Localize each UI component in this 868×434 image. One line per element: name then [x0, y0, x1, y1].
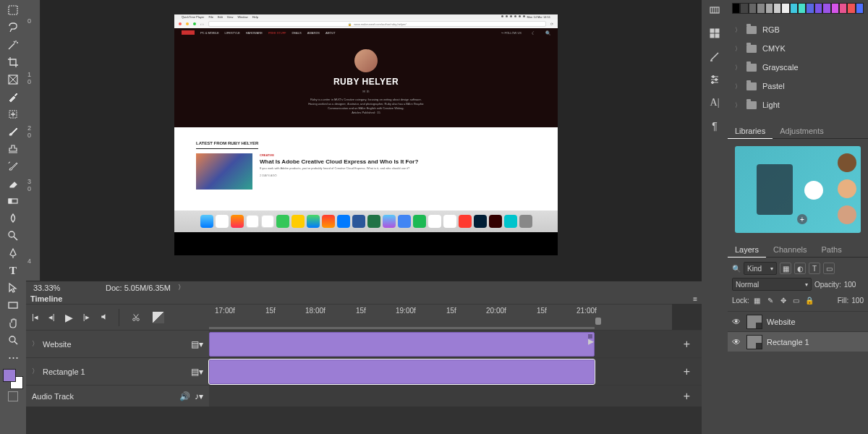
opacity-value[interactable]: 100: [844, 281, 856, 289]
track-menu-icon[interactable]: ▤▾: [191, 339, 203, 349]
swatch-group[interactable]: 〉Grayscale: [728, 58, 868, 77]
search-icon[interactable]: 🔍: [732, 265, 741, 273]
swatch-group[interactable]: 〉CMYK: [728, 39, 868, 58]
rectangle-tool[interactable]: [3, 297, 23, 314]
swatch[interactable]: [806, 3, 814, 14]
swatch[interactable]: [749, 3, 757, 14]
lock-artboard-icon[interactable]: ▭: [791, 295, 801, 305]
pen-tool[interactable]: [3, 244, 23, 262]
swatch[interactable]: [790, 3, 798, 14]
swatch-group[interactable]: 〉RGB: [728, 20, 868, 39]
lock-transparent-icon[interactable]: ▦: [752, 295, 762, 305]
filter-adjust-icon[interactable]: ◐: [794, 263, 806, 274]
add-media-button[interactable]: +: [672, 331, 702, 357]
eyedropper-tool[interactable]: [3, 88, 23, 106]
expand-track-icon[interactable]: 〉: [32, 339, 38, 349]
video-clip[interactable]: [209, 359, 595, 384]
timeline-ruler[interactable]: 17:00f 15f 18:00f 15f 19:00f 15f 20:00f …: [209, 304, 672, 330]
more-tools[interactable]: ⋯: [3, 349, 23, 366]
playhead[interactable]: [595, 318, 601, 325]
swatch-group[interactable]: 〉Light: [728, 95, 868, 114]
path-select-tool[interactable]: [3, 279, 23, 297]
library-thumbnail[interactable]: +: [735, 146, 861, 233]
blend-mode-select[interactable]: Normal▾: [732, 278, 812, 291]
add-audio-button[interactable]: +: [672, 386, 702, 407]
swatch[interactable]: [773, 3, 781, 14]
lock-position-icon[interactable]: ✥: [778, 295, 788, 305]
swatch[interactable]: [814, 3, 822, 14]
go-to-first-frame-button[interactable]: |◂: [32, 312, 38, 322]
character-panel-icon[interactable]: A|: [707, 95, 722, 110]
tab-adjustments[interactable]: Adjustments: [773, 124, 831, 138]
play-button[interactable]: ▶: [65, 312, 73, 323]
brush-tool[interactable]: [3, 123, 23, 140]
quick-mask-toggle[interactable]: [3, 389, 23, 404]
tab-paths[interactable]: Paths: [814, 242, 849, 257]
track-menu-icon[interactable]: ▤▾: [191, 367, 203, 377]
swatch[interactable]: [757, 3, 765, 14]
timeline-menu-icon[interactable]: ≡: [693, 295, 697, 303]
brush-panel-icon[interactable]: [707, 49, 722, 64]
lasso-tool[interactable]: [3, 19, 23, 36]
next-frame-button[interactable]: |▸: [83, 312, 90, 322]
swatch[interactable]: [781, 3, 789, 14]
gradient-tool[interactable]: [3, 192, 23, 210]
marquee-tool[interactable]: [3, 1, 23, 19]
layer-thumbnail[interactable]: [746, 315, 762, 329]
transition-button[interactable]: [153, 312, 164, 323]
split-clip-button[interactable]: [129, 311, 142, 324]
swatch[interactable]: [732, 3, 740, 14]
swatch[interactable]: [740, 3, 748, 14]
swatch[interactable]: [839, 3, 847, 14]
paragraph-panel-icon[interactable]: ¶: [707, 119, 722, 133]
swatch[interactable]: [847, 3, 855, 14]
healing-tool[interactable]: [3, 106, 23, 123]
eraser-tool[interactable]: [3, 175, 23, 192]
swatch[interactable]: [856, 3, 864, 14]
previous-frame-button[interactable]: ◂|: [48, 312, 55, 322]
visibility-icon[interactable]: 👁: [732, 317, 742, 327]
swatch[interactable]: [765, 3, 773, 14]
audio-menu-icon[interactable]: ♪▾: [195, 391, 203, 401]
layer-filter-kind[interactable]: Kind▾: [744, 262, 777, 275]
expand-track-icon[interactable]: 〉: [32, 367, 38, 376]
blur-tool[interactable]: [3, 210, 23, 227]
filter-shape-icon[interactable]: ▭: [823, 263, 835, 274]
swatches-panel-icon[interactable]: [707, 26, 722, 41]
hand-tool[interactable]: [3, 314, 23, 331]
tab-layers[interactable]: Layers: [728, 242, 766, 258]
crop-tool[interactable]: [3, 54, 23, 71]
lock-all-icon[interactable]: 🔒: [804, 295, 814, 305]
layer-thumbnail[interactable]: [746, 335, 762, 349]
swatch[interactable]: [798, 3, 806, 14]
swatch[interactable]: [831, 3, 839, 14]
color-picker[interactable]: [3, 369, 23, 389]
layer-row[interactable]: 👁 Rectangle 1: [728, 331, 868, 352]
stamp-tool[interactable]: [3, 140, 23, 158]
zoom-level[interactable]: 33.33%: [33, 284, 98, 292]
history-brush-tool[interactable]: [3, 158, 23, 175]
canvas-area[interactable]: QuickTime Player FileEditViewWindowHelp …: [41, 0, 702, 281]
zoom-tool[interactable]: [3, 331, 23, 349]
frame-tool[interactable]: [3, 71, 23, 88]
filter-type-icon[interactable]: T: [809, 263, 820, 274]
adjustments-panel-icon[interactable]: [707, 72, 722, 87]
dodge-tool[interactable]: [3, 227, 23, 244]
add-media-button[interactable]: +: [672, 358, 702, 385]
swatch[interactable]: [822, 3, 830, 14]
audio-mute-icon[interactable]: 🔊: [179, 391, 190, 401]
doc-info-chevron-icon[interactable]: 〉: [178, 283, 184, 292]
filter-image-icon[interactable]: ▦: [780, 263, 791, 274]
tab-libraries[interactable]: Libraries: [728, 124, 773, 139]
tab-channels[interactable]: Channels: [766, 242, 814, 257]
type-tool[interactable]: T: [3, 262, 23, 279]
swatch-group[interactable]: 〉Pastel: [728, 77, 868, 95]
color-panel-icon[interactable]: [707, 3, 722, 17]
wand-tool[interactable]: [3, 36, 23, 54]
visibility-icon[interactable]: 👁: [732, 337, 742, 347]
mute-audio-button[interactable]: [100, 312, 109, 323]
layer-row[interactable]: 👁 Website: [728, 311, 868, 331]
lock-image-icon[interactable]: ✎: [765, 295, 775, 305]
video-clip[interactable]: ▸: [209, 332, 595, 357]
fill-value[interactable]: 100: [851, 297, 864, 305]
